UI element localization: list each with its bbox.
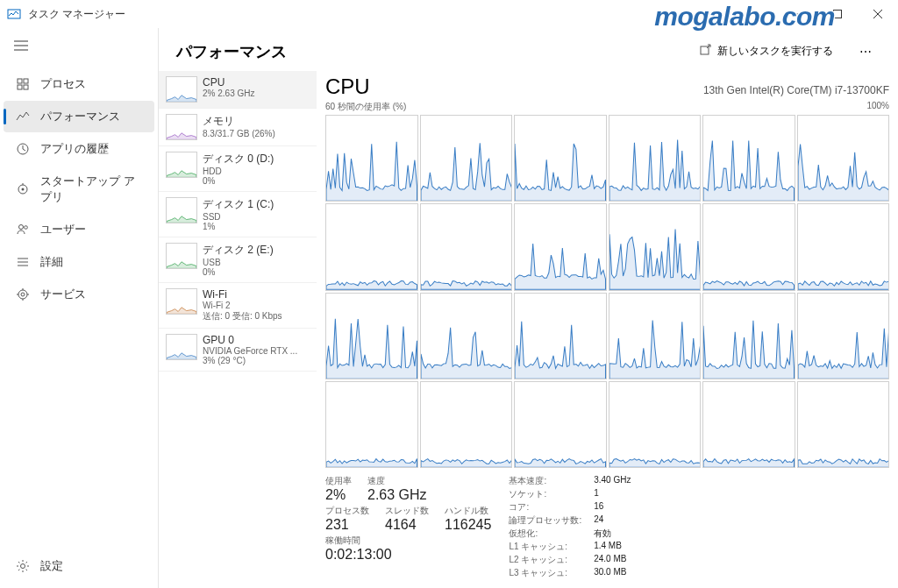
sidebar-item-settings[interactable]: 設定 [4, 550, 154, 582]
cpu-core-grid [325, 115, 889, 468]
minimize-button[interactable] [777, 0, 817, 28]
chart-max-label: 100% [866, 101, 889, 113]
cpu-model: 13th Gen Intel(R) Core(TM) i7-13700KF [703, 84, 889, 96]
svg-rect-10 [18, 85, 22, 89]
core-chart [797, 381, 890, 468]
app-title: タスク マネージャー [28, 7, 125, 22]
perf-thumb [166, 243, 197, 269]
perf-sub: NVIDIA GeForce RTX ... [203, 346, 310, 356]
perf-thumb [166, 288, 197, 315]
core-chart [325, 381, 418, 468]
more-button[interactable]: ⋯ [851, 41, 880, 62]
perf-item[interactable]: Wi-FiWi-Fi 2送信: 0 受信: 0 Kbps [159, 283, 317, 329]
perf-item[interactable]: GPU 0NVIDIA GeForce RTX ...3% (29 °C) [159, 329, 317, 372]
stat-value: 16 [594, 501, 631, 514]
page-title: パフォーマンス [176, 41, 682, 62]
svg-rect-2 [834, 11, 842, 18]
svg-point-22 [21, 564, 25, 569]
stat-value: 有効 [594, 528, 631, 540]
uptime-value: 0:02:13:00 [325, 547, 392, 563]
core-chart [797, 203, 890, 290]
sidebar-item-processes[interactable]: プロセス [4, 68, 154, 100]
chart-timespan-label: 60 秒間の使用率 (%) [325, 101, 406, 113]
perf-detail: CPU 13th Gen Intel(R) Core(TM) i7-13700K… [317, 71, 898, 588]
stat-key: L1 キャッシュ: [509, 541, 581, 553]
handle-label: ハンドル数 [445, 505, 491, 517]
core-chart [609, 293, 702, 379]
close-button[interactable] [858, 0, 898, 28]
perf-thumb [166, 197, 197, 223]
core-chart [702, 203, 795, 290]
core-chart [420, 293, 513, 379]
perf-item[interactable]: メモリ8.3/31.7 GB (26%) [159, 109, 317, 146]
stat-key: 基本速度: [509, 475, 581, 487]
stat-value: 24 [594, 514, 631, 527]
stat-value: 1 [594, 488, 631, 500]
sidebar-item-users[interactable]: ユーザー [4, 214, 154, 245]
core-chart [325, 115, 418, 202]
perf-sub2: 3% (29 °C) [203, 356, 310, 365]
perf-sub2: 0% [203, 267, 310, 277]
perf-sub2: 1% [203, 222, 310, 231]
stat-key: L3 キャッシュ: [509, 567, 581, 579]
core-chart [420, 115, 513, 202]
stat-key: L2 キャッシュ: [509, 554, 581, 566]
core-chart [514, 203, 607, 290]
sidebar-item-services[interactable]: サービス [4, 279, 154, 310]
perf-sub: USB [203, 258, 310, 267]
svg-point-20 [18, 290, 27, 299]
run-task-button[interactable]: 新しいタスクを実行する [693, 40, 840, 62]
services-icon [16, 287, 30, 301]
perf-sub: HDD [203, 166, 310, 176]
core-chart [420, 203, 513, 290]
hamburger-button[interactable] [0, 32, 158, 61]
core-chart [325, 203, 418, 290]
sidebar-item-history[interactable]: アプリの履歴 [4, 133, 154, 165]
perf-list: CPU2% 2.63 GHzメモリ8.3/31.7 GB (26%)ディスク 0… [159, 71, 317, 588]
svg-point-16 [25, 226, 28, 230]
nav-label: ユーザー [40, 222, 86, 237]
perf-item[interactable]: ディスク 2 (E:)USB0% [159, 237, 317, 283]
svg-rect-9 [24, 79, 28, 83]
perf-name: Wi-Fi [203, 288, 310, 301]
perf-item[interactable]: ディスク 1 (C:)SSD1% [159, 192, 317, 237]
nav-label: スタートアップ アプリ [40, 174, 142, 205]
perf-sub: Wi-Fi 2 [203, 301, 310, 310]
performance-icon [16, 110, 30, 124]
perf-sub2: 送信: 0 受信: 0 Kbps [203, 310, 310, 322]
users-icon [16, 223, 30, 237]
core-chart [797, 115, 890, 202]
detail-title: CPU [325, 74, 370, 99]
sidebar-item-performance[interactable]: パフォーマンス [4, 101, 154, 132]
nav-label: プロセス [40, 76, 86, 92]
stats-right: 基本速度:3.40 GHzソケット:1コア:16論理プロセッサ数:24仮想化:有… [509, 475, 631, 579]
core-chart [420, 381, 513, 468]
startup-icon [16, 182, 30, 196]
titlebar: タスク マネージャー [0, 0, 898, 28]
uptime-label: 稼働時間 [325, 535, 392, 547]
sidebar-item-details[interactable]: 詳細 [4, 246, 154, 278]
maximize-button[interactable] [817, 0, 858, 28]
perf-item[interactable]: ディスク 0 (D:)HDD0% [159, 146, 317, 192]
stat-key: ソケット: [509, 488, 581, 500]
stat-key: コア: [509, 501, 581, 514]
processes-icon [16, 77, 30, 91]
thread-label: スレッド数 [385, 505, 429, 517]
stat-value: 1.4 MB [594, 541, 631, 553]
core-chart [325, 293, 418, 379]
core-chart [514, 115, 607, 202]
core-chart [514, 293, 607, 379]
run-task-label: 新しいタスクを実行する [717, 44, 833, 59]
settings-label: 設定 [40, 558, 63, 574]
core-chart [702, 293, 795, 379]
core-chart [702, 115, 795, 202]
sidebar-item-startup[interactable]: スタートアップ アプリ [4, 166, 154, 213]
perf-item[interactable]: CPU2% 2.63 GHz [159, 71, 317, 109]
perf-sub2: 0% [203, 176, 310, 186]
content: パフォーマンス 新しいタスクを実行する ⋯ CPU2% 2.63 GHzメモリ8… [158, 28, 898, 588]
sidebar: プロセスパフォーマンスアプリの履歴スタートアップ アプリユーザー詳細サービス 設… [0, 28, 158, 588]
content-header: パフォーマンス 新しいタスクを実行する ⋯ [159, 28, 898, 71]
nav-label: アプリの履歴 [40, 141, 109, 157]
perf-name: メモリ [203, 114, 310, 129]
perf-name: ディスク 1 (C:) [203, 197, 310, 212]
